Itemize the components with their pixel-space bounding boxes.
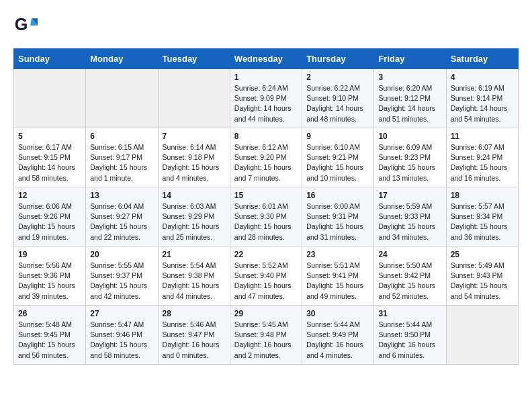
day-cell: 22Sunrise: 5:52 AM Sunset: 9:40 PM Dayli… <box>230 246 302 306</box>
day-cell: 5Sunrise: 6:17 AM Sunset: 9:15 PM Daylig… <box>14 128 86 187</box>
day-info: Sunrise: 6:07 AM Sunset: 9:24 PM Dayligh… <box>451 142 514 183</box>
header-cell-saturday: Saturday <box>446 49 518 69</box>
header-cell-wednesday: Wednesday <box>230 49 302 69</box>
calendar-table: SundayMondayTuesdayWednesdayThursdayFrid… <box>13 48 519 365</box>
day-number: 12 <box>18 191 81 200</box>
day-number: 31 <box>378 309 441 318</box>
day-info: Sunrise: 6:14 AM Sunset: 9:18 PM Dayligh… <box>163 142 226 183</box>
day-cell: 11Sunrise: 6:07 AM Sunset: 9:24 PM Dayli… <box>446 128 518 187</box>
day-cell: 13Sunrise: 6:04 AM Sunset: 9:27 PM Dayli… <box>86 187 158 246</box>
day-cell <box>86 69 158 128</box>
calendar-body: 1Sunrise: 6:24 AM Sunset: 9:09 PM Daylig… <box>14 69 519 365</box>
day-info: Sunrise: 5:57 AM Sunset: 9:34 PM Dayligh… <box>451 201 514 242</box>
day-number: 20 <box>90 250 153 259</box>
day-info: Sunrise: 5:46 AM Sunset: 9:47 PM Dayligh… <box>163 320 226 361</box>
day-number: 5 <box>18 132 81 141</box>
day-cell: 14Sunrise: 6:03 AM Sunset: 9:29 PM Dayli… <box>158 187 230 246</box>
day-number: 21 <box>163 250 226 259</box>
header-row: SundayMondayTuesdayWednesdayThursdayFrid… <box>14 49 519 69</box>
day-number: 2 <box>306 73 369 82</box>
day-number: 14 <box>163 191 226 200</box>
day-info: Sunrise: 5:54 AM Sunset: 9:38 PM Dayligh… <box>163 261 226 302</box>
day-info: Sunrise: 5:55 AM Sunset: 9:37 PM Dayligh… <box>90 261 153 302</box>
day-cell: 20Sunrise: 5:55 AM Sunset: 9:37 PM Dayli… <box>86 246 158 306</box>
day-number: 27 <box>90 309 153 318</box>
day-cell: 19Sunrise: 5:56 AM Sunset: 9:36 PM Dayli… <box>14 246 86 306</box>
header-cell-thursday: Thursday <box>302 49 374 69</box>
day-cell: 10Sunrise: 6:09 AM Sunset: 9:23 PM Dayli… <box>374 128 446 187</box>
day-cell: 1Sunrise: 6:24 AM Sunset: 9:09 PM Daylig… <box>230 69 302 128</box>
day-number: 30 <box>306 309 369 318</box>
day-number: 23 <box>306 250 369 259</box>
day-info: Sunrise: 6:24 AM Sunset: 9:09 PM Dayligh… <box>234 83 298 124</box>
week-row-3: 12Sunrise: 6:06 AM Sunset: 9:26 PM Dayli… <box>14 187 519 246</box>
day-cell: 8Sunrise: 6:12 AM Sunset: 9:20 PM Daylig… <box>230 128 302 187</box>
day-info: Sunrise: 6:03 AM Sunset: 9:29 PM Dayligh… <box>163 201 226 242</box>
day-info: Sunrise: 6:19 AM Sunset: 9:14 PM Dayligh… <box>451 83 514 124</box>
day-info: Sunrise: 6:06 AM Sunset: 9:26 PM Dayligh… <box>18 201 81 242</box>
day-number: 13 <box>90 191 153 200</box>
week-row-4: 19Sunrise: 5:56 AM Sunset: 9:36 PM Dayli… <box>14 246 519 306</box>
week-row-5: 26Sunrise: 5:48 AM Sunset: 9:45 PM Dayli… <box>14 306 519 365</box>
logo: G <box>13 13 40 38</box>
svg-text:G: G <box>15 15 28 34</box>
day-info: Sunrise: 5:45 AM Sunset: 9:48 PM Dayligh… <box>234 320 298 361</box>
day-info: Sunrise: 5:44 AM Sunset: 9:50 PM Dayligh… <box>378 320 441 361</box>
day-number: 18 <box>451 191 514 200</box>
day-number: 4 <box>451 73 514 82</box>
day-cell <box>14 69 86 128</box>
header-cell-tuesday: Tuesday <box>158 49 230 69</box>
day-cell: 25Sunrise: 5:49 AM Sunset: 9:43 PM Dayli… <box>446 246 518 306</box>
day-info: Sunrise: 5:59 AM Sunset: 9:33 PM Dayligh… <box>378 201 441 242</box>
day-info: Sunrise: 6:10 AM Sunset: 9:21 PM Dayligh… <box>306 142 369 183</box>
day-cell: 7Sunrise: 6:14 AM Sunset: 9:18 PM Daylig… <box>158 128 230 187</box>
day-info: Sunrise: 5:56 AM Sunset: 9:36 PM Dayligh… <box>18 261 81 302</box>
week-row-1: 1Sunrise: 6:24 AM Sunset: 9:09 PM Daylig… <box>14 69 519 128</box>
day-cell: 30Sunrise: 5:44 AM Sunset: 9:49 PM Dayli… <box>302 306 374 365</box>
day-number: 19 <box>18 250 81 259</box>
day-cell: 18Sunrise: 5:57 AM Sunset: 9:34 PM Dayli… <box>446 187 518 246</box>
day-info: Sunrise: 5:49 AM Sunset: 9:43 PM Dayligh… <box>451 261 514 302</box>
page-header: G <box>13 13 519 38</box>
day-cell: 23Sunrise: 5:51 AM Sunset: 9:41 PM Dayli… <box>302 246 374 306</box>
day-cell: 27Sunrise: 5:47 AM Sunset: 9:46 PM Dayli… <box>86 306 158 365</box>
day-info: Sunrise: 5:52 AM Sunset: 9:40 PM Dayligh… <box>234 261 298 302</box>
calendar-header: SundayMondayTuesdayWednesdayThursdayFrid… <box>14 49 519 69</box>
day-info: Sunrise: 6:12 AM Sunset: 9:20 PM Dayligh… <box>234 142 298 183</box>
day-number: 8 <box>234 132 298 141</box>
day-info: Sunrise: 6:09 AM Sunset: 9:23 PM Dayligh… <box>378 142 441 183</box>
header-cell-sunday: Sunday <box>14 49 86 69</box>
day-number: 6 <box>90 132 153 141</box>
day-number: 22 <box>234 250 298 259</box>
day-cell: 31Sunrise: 5:44 AM Sunset: 9:50 PM Dayli… <box>374 306 446 365</box>
day-number: 11 <box>451 132 514 141</box>
logo-icon: G <box>13 13 38 38</box>
day-info: Sunrise: 5:50 AM Sunset: 9:42 PM Dayligh… <box>378 261 441 302</box>
day-number: 10 <box>378 132 441 141</box>
day-number: 3 <box>378 73 441 82</box>
header-cell-friday: Friday <box>374 49 446 69</box>
day-number: 29 <box>234 309 298 318</box>
day-info: Sunrise: 6:20 AM Sunset: 9:12 PM Dayligh… <box>378 83 441 124</box>
day-cell: 21Sunrise: 5:54 AM Sunset: 9:38 PM Dayli… <box>158 246 230 306</box>
day-info: Sunrise: 6:22 AM Sunset: 9:10 PM Dayligh… <box>306 83 369 124</box>
day-cell: 24Sunrise: 5:50 AM Sunset: 9:42 PM Dayli… <box>374 246 446 306</box>
day-number: 1 <box>234 73 298 82</box>
day-cell: 26Sunrise: 5:48 AM Sunset: 9:45 PM Dayli… <box>14 306 86 365</box>
day-cell <box>158 69 230 128</box>
day-number: 28 <box>163 309 226 318</box>
day-info: Sunrise: 6:04 AM Sunset: 9:27 PM Dayligh… <box>90 201 153 242</box>
day-info: Sunrise: 6:17 AM Sunset: 9:15 PM Dayligh… <box>18 142 81 183</box>
day-cell: 2Sunrise: 6:22 AM Sunset: 9:10 PM Daylig… <box>302 69 374 128</box>
day-number: 7 <box>163 132 226 141</box>
day-cell: 28Sunrise: 5:46 AM Sunset: 9:47 PM Dayli… <box>158 306 230 365</box>
day-cell: 29Sunrise: 5:45 AM Sunset: 9:48 PM Dayli… <box>230 306 302 365</box>
day-cell: 3Sunrise: 6:20 AM Sunset: 9:12 PM Daylig… <box>374 69 446 128</box>
week-row-2: 5Sunrise: 6:17 AM Sunset: 9:15 PM Daylig… <box>14 128 519 187</box>
day-cell: 9Sunrise: 6:10 AM Sunset: 9:21 PM Daylig… <box>302 128 374 187</box>
day-info: Sunrise: 5:47 AM Sunset: 9:46 PM Dayligh… <box>90 320 153 361</box>
day-cell: 17Sunrise: 5:59 AM Sunset: 9:33 PM Dayli… <box>374 187 446 246</box>
day-number: 24 <box>378 250 441 259</box>
day-number: 9 <box>306 132 369 141</box>
day-cell: 15Sunrise: 6:01 AM Sunset: 9:30 PM Dayli… <box>230 187 302 246</box>
